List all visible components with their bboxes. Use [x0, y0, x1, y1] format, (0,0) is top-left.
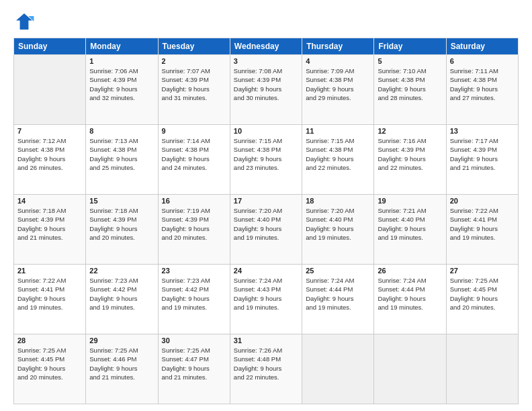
calendar-week-2: 7Sunrise: 7:12 AMSunset: 4:38 PMDaylight… [14, 125, 519, 195]
day-number: 20 [450, 197, 515, 205]
calendar-cell: 17Sunrise: 7:20 AMSunset: 4:40 PMDayligh… [230, 195, 302, 265]
day-info: Sunrise: 7:24 AMSunset: 4:43 PMDaylight:… [234, 276, 298, 312]
day-number: 5 [378, 57, 442, 65]
page: SundayMondayTuesdayWednesdayThursdayFrid… [0, 0, 532, 411]
day-number: 16 [162, 197, 226, 205]
calendar-cell [374, 334, 446, 404]
calendar-week-3: 14Sunrise: 7:18 AMSunset: 4:39 PMDayligh… [14, 195, 519, 265]
calendar-cell: 12Sunrise: 7:16 AMSunset: 4:39 PMDayligh… [374, 125, 446, 195]
day-number: 27 [450, 267, 515, 275]
day-number: 25 [306, 267, 370, 275]
calendar-cell: 13Sunrise: 7:17 AMSunset: 4:39 PMDayligh… [446, 125, 518, 195]
day-info: Sunrise: 7:22 AMSunset: 4:41 PMDaylight:… [17, 276, 82, 312]
day-info: Sunrise: 7:22 AMSunset: 4:41 PMDaylight:… [450, 206, 515, 242]
day-info: Sunrise: 7:26 AMSunset: 4:48 PMDaylight:… [234, 346, 298, 381]
day-number: 31 [234, 336, 298, 345]
column-header-sunday: Sunday [14, 38, 86, 55]
day-info: Sunrise: 7:15 AMSunset: 4:38 PMDaylight:… [234, 136, 298, 172]
calendar-cell: 29Sunrise: 7:25 AMSunset: 4:46 PMDayligh… [86, 334, 158, 404]
day-number: 8 [89, 127, 154, 135]
day-number: 6 [450, 57, 515, 65]
day-number: 30 [162, 336, 226, 345]
day-info: Sunrise: 7:20 AMSunset: 4:40 PMDaylight:… [234, 206, 298, 242]
day-info: Sunrise: 7:17 AMSunset: 4:39 PMDaylight:… [450, 136, 515, 172]
calendar-cell: 20Sunrise: 7:22 AMSunset: 4:41 PMDayligh… [446, 195, 518, 265]
calendar-cell: 19Sunrise: 7:21 AMSunset: 4:40 PMDayligh… [374, 195, 446, 265]
day-number: 10 [234, 127, 298, 135]
calendar-body: 1Sunrise: 7:06 AMSunset: 4:39 PMDaylight… [14, 55, 519, 404]
day-info: Sunrise: 7:21 AMSunset: 4:40 PMDaylight:… [378, 206, 442, 242]
logo-icon [13, 11, 35, 32]
calendar-week-4: 21Sunrise: 7:22 AMSunset: 4:41 PMDayligh… [14, 265, 519, 334]
calendar-cell: 28Sunrise: 7:25 AMSunset: 4:45 PMDayligh… [14, 334, 86, 404]
calendar-cell: 8Sunrise: 7:13 AMSunset: 4:38 PMDaylight… [86, 125, 158, 195]
calendar-cell: 5Sunrise: 7:10 AMSunset: 4:38 PMDaylight… [374, 55, 446, 125]
calendar-table: SundayMondayTuesdayWednesdayThursdayFrid… [13, 38, 519, 404]
day-number: 12 [378, 127, 442, 135]
day-info: Sunrise: 7:18 AMSunset: 4:39 PMDaylight:… [89, 206, 154, 242]
calendar-cell: 24Sunrise: 7:24 AMSunset: 4:43 PMDayligh… [230, 265, 302, 334]
column-header-tuesday: Tuesday [158, 38, 230, 55]
day-number: 24 [234, 267, 298, 275]
day-info: Sunrise: 7:25 AMSunset: 4:45 PMDaylight:… [450, 276, 515, 312]
calendar-cell: 4Sunrise: 7:09 AMSunset: 4:38 PMDaylight… [302, 55, 374, 125]
day-number: 9 [162, 127, 226, 135]
calendar-week-5: 28Sunrise: 7:25 AMSunset: 4:45 PMDayligh… [14, 334, 519, 404]
calendar-cell: 16Sunrise: 7:19 AMSunset: 4:39 PMDayligh… [158, 195, 230, 265]
day-number: 13 [450, 127, 515, 135]
logo [13, 11, 38, 32]
day-info: Sunrise: 7:24 AMSunset: 4:44 PMDaylight:… [378, 276, 442, 312]
day-number: 4 [306, 57, 370, 65]
day-info: Sunrise: 7:25 AMSunset: 4:46 PMDaylight:… [89, 346, 154, 381]
column-header-wednesday: Wednesday [230, 38, 302, 55]
calendar-header: SundayMondayTuesdayWednesdayThursdayFrid… [14, 38, 519, 55]
calendar-cell [14, 55, 86, 125]
day-number: 2 [162, 57, 226, 65]
header [13, 11, 519, 32]
day-info: Sunrise: 7:15 AMSunset: 4:38 PMDaylight:… [306, 136, 370, 172]
day-info: Sunrise: 7:12 AMSunset: 4:38 PMDaylight:… [17, 136, 82, 172]
day-number: 26 [378, 267, 442, 275]
calendar-cell: 22Sunrise: 7:23 AMSunset: 4:42 PMDayligh… [86, 265, 158, 334]
day-info: Sunrise: 7:24 AMSunset: 4:44 PMDaylight:… [306, 276, 370, 312]
day-number: 7 [17, 127, 82, 135]
day-number: 21 [17, 267, 82, 275]
calendar-week-1: 1Sunrise: 7:06 AMSunset: 4:39 PMDaylight… [14, 55, 519, 125]
calendar-cell: 11Sunrise: 7:15 AMSunset: 4:38 PMDayligh… [302, 125, 374, 195]
day-number: 1 [89, 57, 154, 65]
day-number: 22 [89, 267, 154, 275]
day-info: Sunrise: 7:08 AMSunset: 4:39 PMDaylight:… [234, 66, 298, 102]
day-number: 3 [234, 57, 298, 65]
column-header-thursday: Thursday [302, 38, 374, 55]
calendar-cell: 21Sunrise: 7:22 AMSunset: 4:41 PMDayligh… [14, 265, 86, 334]
calendar-cell: 27Sunrise: 7:25 AMSunset: 4:45 PMDayligh… [446, 265, 518, 334]
day-number: 23 [162, 267, 226, 275]
day-info: Sunrise: 7:23 AMSunset: 4:42 PMDaylight:… [89, 276, 154, 312]
day-info: Sunrise: 7:11 AMSunset: 4:38 PMDaylight:… [450, 66, 515, 102]
day-info: Sunrise: 7:16 AMSunset: 4:39 PMDaylight:… [378, 136, 442, 172]
day-number: 14 [17, 197, 82, 205]
calendar-cell: 6Sunrise: 7:11 AMSunset: 4:38 PMDaylight… [446, 55, 518, 125]
day-info: Sunrise: 7:23 AMSunset: 4:42 PMDaylight:… [162, 276, 226, 312]
column-header-saturday: Saturday [446, 38, 518, 55]
calendar-cell: 30Sunrise: 7:25 AMSunset: 4:47 PMDayligh… [158, 334, 230, 404]
day-info: Sunrise: 7:19 AMSunset: 4:39 PMDaylight:… [162, 206, 226, 242]
day-info: Sunrise: 7:13 AMSunset: 4:38 PMDaylight:… [89, 136, 154, 172]
calendar-cell: 25Sunrise: 7:24 AMSunset: 4:44 PMDayligh… [302, 265, 374, 334]
day-number: 29 [89, 336, 154, 345]
calendar-cell: 9Sunrise: 7:14 AMSunset: 4:38 PMDaylight… [158, 125, 230, 195]
day-number: 15 [89, 197, 154, 205]
calendar-cell: 10Sunrise: 7:15 AMSunset: 4:38 PMDayligh… [230, 125, 302, 195]
day-number: 18 [306, 197, 370, 205]
calendar-cell: 7Sunrise: 7:12 AMSunset: 4:38 PMDaylight… [14, 125, 86, 195]
day-info: Sunrise: 7:20 AMSunset: 4:40 PMDaylight:… [306, 206, 370, 242]
column-header-friday: Friday [374, 38, 446, 55]
column-header-monday: Monday [86, 38, 158, 55]
day-info: Sunrise: 7:06 AMSunset: 4:39 PMDaylight:… [89, 66, 154, 102]
calendar-cell: 1Sunrise: 7:06 AMSunset: 4:39 PMDaylight… [86, 55, 158, 125]
day-info: Sunrise: 7:18 AMSunset: 4:39 PMDaylight:… [17, 206, 82, 242]
day-number: 17 [234, 197, 298, 205]
day-info: Sunrise: 7:09 AMSunset: 4:38 PMDaylight:… [306, 66, 370, 102]
calendar-cell: 18Sunrise: 7:20 AMSunset: 4:40 PMDayligh… [302, 195, 374, 265]
day-info: Sunrise: 7:14 AMSunset: 4:38 PMDaylight:… [162, 136, 226, 172]
